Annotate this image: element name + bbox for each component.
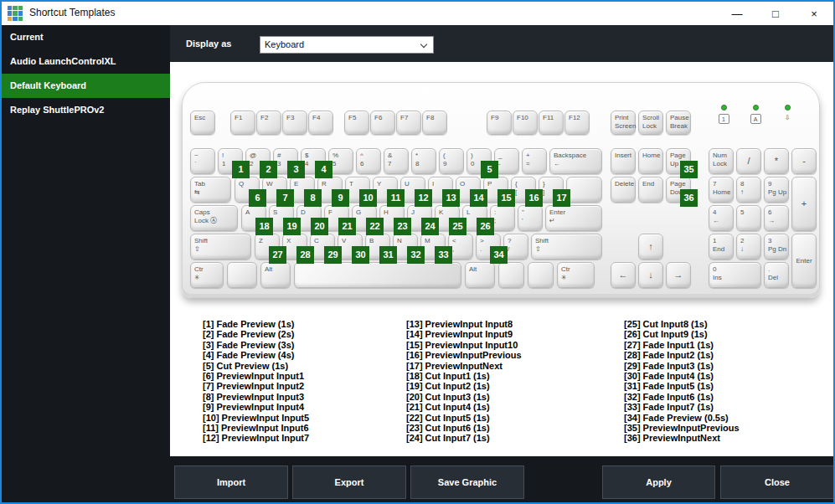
key-quote[interactable]: "' [518, 205, 543, 231]
display-as-value: Keyboard [265, 39, 304, 49]
legend-entry: [14] PreviewInput Input9 [406, 329, 616, 339]
key-f9[interactable]: F9 [487, 111, 512, 135]
key-np-multiply[interactable]: * [764, 148, 789, 174]
key-space[interactable] [294, 262, 461, 288]
key-f1[interactable]: F1 [230, 111, 255, 135]
import-button[interactable]: Import [174, 465, 288, 499]
key-arrow-down[interactable]: ↓ [638, 262, 663, 288]
key-scroll-lock[interactable]: ScrollLock [638, 111, 663, 135]
key-f10[interactable]: F10 [513, 111, 538, 135]
key-menu[interactable] [528, 262, 554, 288]
led-indicator-1: 1 [714, 105, 734, 124]
export-button[interactable]: Export [292, 465, 406, 499]
key-1[interactable]: !11 [218, 148, 243, 174]
legend-entry: [9] PreviewInput Input4 [203, 402, 412, 412]
key-np0[interactable]: 0Ins [709, 262, 761, 288]
sidebar-item-replay-shuttleprov2[interactable]: Replay ShuttlePROv2 [2, 98, 170, 122]
key-np7[interactable]: 7Home [709, 177, 734, 203]
close-button[interactable]: Close [720, 465, 834, 499]
key-9[interactable]: (9 [439, 148, 464, 174]
key-np-decimal[interactable]: .Del [764, 262, 789, 288]
key-f4[interactable]: F4 [308, 111, 333, 135]
key-end[interactable]: End [638, 177, 663, 203]
key-6[interactable]: ^6 [356, 148, 381, 174]
key-arrow-left[interactable]: ← [611, 262, 636, 288]
key-7[interactable]: &7 [384, 148, 409, 174]
led-dot [721, 105, 727, 111]
key-rwin[interactable] [498, 262, 524, 288]
key-f7[interactable]: F7 [396, 111, 421, 135]
key-np8[interactable]: 8↑ [736, 177, 761, 203]
minimize-button[interactable]: — [718, 2, 756, 25]
key-rctrl[interactable]: Ctr✳ [557, 262, 595, 288]
key-rshift[interactable]: Shift⇧ [531, 234, 602, 260]
key-lctrl[interactable]: Ctr✳ [190, 262, 224, 288]
legend-entry: [27] Fade Input1 (1s) [624, 340, 833, 350]
key-tab[interactable]: Tab⇆ [190, 177, 231, 203]
key-np2[interactable]: 2↓ [736, 234, 761, 260]
key-grave[interactable]: ~` [190, 148, 215, 174]
maximize-button[interactable]: □ [756, 2, 795, 25]
key-f8[interactable]: F8 [422, 111, 447, 135]
key-delete[interactable]: Delete [611, 177, 636, 203]
apply-button[interactable]: Apply [602, 465, 715, 499]
save-graphic-button[interactable]: Save Graphic [410, 465, 524, 499]
toolbar: Display as Keyboard [170, 25, 833, 62]
key-backspace[interactable]: Backspace← [549, 148, 602, 174]
window-controls: —□× [718, 2, 833, 25]
key-capslock[interactable]: CapsLock Ⓐ [190, 205, 238, 231]
legend-entry: [28] Fade Input2 (1s) [624, 350, 833, 360]
legend-entry: [24] Cut Input7 (1s) [406, 433, 616, 443]
close-button[interactable]: × [795, 2, 833, 25]
key-np4[interactable]: 4← [709, 205, 734, 231]
display-as-dropdown[interactable]: Keyboard [260, 36, 434, 54]
legend-entry: [29] Fade Input3 (1s) [624, 361, 833, 371]
key-insert[interactable]: Insert [611, 148, 636, 174]
key-0[interactable]: )05 [466, 148, 492, 174]
key-pageup[interactable]: PageUp35 [666, 148, 691, 174]
key-f5[interactable]: F5 [344, 111, 369, 135]
key-backslash[interactable] [566, 177, 602, 203]
legend-entry: [13] PreviewInput Input8 [406, 319, 616, 329]
key-f2[interactable]: F2 [256, 111, 281, 135]
key-np-subtract[interactable]: - [791, 148, 817, 174]
key-print-screen[interactable]: PrintScreen [611, 111, 636, 135]
key-arrow-right[interactable]: → [666, 262, 691, 288]
key-arrow-up[interactable]: ↑ [638, 234, 663, 260]
key-np-add[interactable]: + [791, 177, 817, 231]
sidebar-item-audio-launchcontrolxl[interactable]: Audio LaunchControlXL [2, 49, 170, 74]
key-enter[interactable]: Enter↵ [545, 205, 602, 231]
sidebar-item-current[interactable]: Current [2, 25, 170, 49]
key-home[interactable]: Home [638, 148, 663, 174]
key-period[interactable]: >.34 [476, 234, 501, 260]
key-lwin[interactable] [227, 262, 257, 288]
key-f11[interactable]: F11 [539, 111, 564, 135]
key-pause-break[interactable]: PauseBreak [666, 111, 691, 135]
key-lalt[interactable]: Alt [260, 262, 291, 288]
key-pagedown[interactable]: PageDown36 [666, 177, 691, 203]
key-esc[interactable]: Esc [190, 111, 215, 135]
legend-entry: [3] Fade Preview (3s) [203, 340, 412, 350]
key-a[interactable]: A18 [241, 205, 266, 231]
key-np1[interactable]: 1End [709, 234, 734, 260]
legend-entry: [33] Fade Input7 (1s) [624, 402, 833, 412]
shortcut-badge-13: 13 [442, 189, 460, 207]
key-np5[interactable]: 5 [736, 205, 761, 231]
key-lshift[interactable]: Shift⇧ [190, 234, 251, 260]
key-8[interactable]: *8 [411, 148, 436, 174]
key-equals[interactable]: += [522, 148, 547, 174]
key-q[interactable]: Q6 [235, 177, 260, 203]
key-np3[interactable]: 3Pg Dn [764, 234, 789, 260]
key-f3[interactable]: F3 [282, 111, 307, 135]
key-f6[interactable]: F6 [370, 111, 395, 135]
sidebar-item-default-keyboard[interactable]: Default Keyboard [2, 74, 170, 98]
key-np6[interactable]: 6→ [764, 205, 789, 231]
key-f12[interactable]: F12 [564, 111, 590, 135]
key-np-enter[interactable]: Enter [791, 234, 817, 288]
key-np9[interactable]: 9Pg Up [764, 177, 789, 203]
key-numlock[interactable]: NumLock [709, 148, 734, 174]
key-np-divide[interactable]: / [736, 148, 761, 174]
legend-entry: [4] Fade Preview (4s) [203, 350, 412, 360]
key-z[interactable]: Z27 [255, 234, 280, 260]
key-ralt[interactable]: Alt [465, 262, 495, 288]
